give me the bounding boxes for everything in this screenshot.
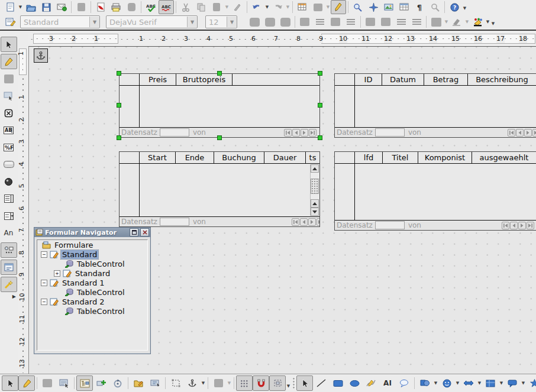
zoom-icon[interactable]: [427, 0, 443, 14]
callouts-icon[interactable]: [504, 375, 521, 391]
selection-handle-se[interactable]: [318, 135, 322, 140]
record-number-input[interactable]: [375, 221, 405, 229]
symbol-shapes-icon[interactable]: [438, 375, 455, 391]
next-record-button[interactable]: [518, 222, 526, 229]
tree-item-standard-2[interactable]: − Standard 2: [37, 297, 147, 306]
column-header[interactable]: Bruttopreis: [176, 74, 233, 85]
bold-icon[interactable]: [247, 15, 262, 29]
font-color-dropdown[interactable]: ▼: [444, 16, 449, 28]
text-icon[interactable]: AI: [379, 375, 396, 391]
tree-item-standard-1[interactable]: − Standard 1: [37, 278, 147, 287]
paste-dropdown[interactable]: ▼: [224, 1, 230, 13]
activation-order-icon[interactable]: [109, 375, 126, 391]
insert-object-dropdown[interactable]: ▼: [325, 1, 331, 13]
last-record-button[interactable]: [527, 222, 534, 229]
new-document-dropdown[interactable]: ▼: [18, 1, 23, 13]
anchor-dropdown[interactable]: ▼: [201, 377, 206, 389]
select-icon[interactable]: [2, 375, 18, 391]
toolbar-overflow-dropdown[interactable]: ▼: [490, 18, 496, 30]
restore-icon[interactable]: [130, 228, 138, 237]
column-header[interactable]: Buchung: [214, 152, 264, 163]
italic-icon[interactable]: [262, 15, 277, 29]
vertical-ruler[interactable]: 112345678910111213: [18, 47, 28, 373]
stars-icon[interactable]: [526, 375, 536, 391]
select-draw-icon[interactable]: [296, 375, 313, 391]
symbol-shapes-dropdown[interactable]: ▼: [455, 377, 460, 389]
record-number-input[interactable]: [375, 128, 405, 137]
nonprinting-characters-icon[interactable]: ¶: [412, 0, 427, 14]
last-record-button[interactable]: [309, 129, 317, 137]
scroll-thumb[interactable]: [311, 179, 319, 194]
undo-icon[interactable]: [249, 0, 264, 14]
align-center-icon[interactable]: [312, 15, 328, 29]
select-icon[interactable]: [1, 37, 17, 52]
option-button-icon[interactable]: [1, 174, 17, 189]
selection-handle-nw[interactable]: [117, 71, 121, 76]
form-navigator-icon[interactable]: [76, 375, 93, 391]
scroll-up-button-2[interactable]: [311, 199, 319, 208]
horizontal-ruler[interactable]: 321123456789101112131415161718: [28, 33, 536, 46]
form-design-icon[interactable]: [1, 260, 17, 275]
selection-handle-w[interactable]: [117, 103, 121, 108]
vertical-scrollbar[interactable]: [310, 164, 319, 216]
paragraph-style-combo[interactable]: Standard ▼: [20, 15, 100, 28]
collapse-expander[interactable]: −: [41, 251, 47, 258]
gallery-icon[interactable]: [381, 0, 396, 14]
first-record-button[interactable]: [284, 129, 292, 137]
prev-record-button[interactable]: [292, 129, 300, 137]
email-icon[interactable]: [54, 0, 69, 14]
prev-record-button[interactable]: [510, 222, 518, 229]
copy-icon[interactable]: [193, 0, 209, 14]
tree-item-standard-sub[interactable]: + Standard: [37, 268, 147, 278]
next-record-button[interactable]: [308, 218, 316, 226]
redo-icon[interactable]: [270, 0, 285, 14]
selection-handle-n[interactable]: [217, 71, 222, 76]
insert-table-icon[interactable]: [295, 0, 310, 14]
anchor-icon-button[interactable]: [184, 375, 201, 391]
align-right-icon[interactable]: [328, 15, 343, 29]
first-record-button[interactable]: [292, 218, 299, 226]
table-control-lfd[interactable]: lfd Titel Komponist ausgewaehlt Datensat…: [334, 151, 536, 231]
font-combo-dropdown[interactable]: ▼: [187, 17, 197, 27]
justify-icon[interactable]: [343, 15, 359, 29]
rectangle-icon[interactable]: [330, 375, 346, 391]
font-size-combo[interactable]: 12 ▼: [205, 15, 237, 28]
background-color-icon[interactable]: [470, 15, 485, 29]
highlighting-dropdown[interactable]: ▼: [464, 16, 470, 28]
column-header[interactable]: Titel: [383, 152, 418, 163]
column-header[interactable]: Dauer: [264, 152, 306, 163]
size-combo-dropdown[interactable]: ▼: [227, 17, 237, 27]
data-sources-icon[interactable]: [396, 0, 412, 14]
text-box-icon[interactable]: AB: [1, 122, 17, 138]
control-icon[interactable]: [1, 88, 17, 103]
spellcheck-icon[interactable]: ABC: [143, 0, 159, 14]
open-icon[interactable]: [23, 0, 38, 14]
record-number-input[interactable]: [160, 218, 189, 226]
check-box-icon[interactable]: [1, 105, 17, 121]
selection-handle-s[interactable]: [217, 135, 222, 140]
collapse-expander[interactable]: −: [41, 299, 47, 305]
help-icon[interactable]: ?: [447, 0, 462, 14]
tree-item-tablecontrol[interactable]: TableControl: [37, 287, 147, 297]
align-left-icon[interactable]: [297, 15, 312, 29]
tree-item-tablecontrol[interactable]: TableControl: [37, 259, 147, 268]
add-field-icon[interactable]: [93, 375, 109, 391]
print-icon[interactable]: [108, 0, 124, 14]
column-header[interactable]: Datum: [382, 74, 424, 85]
toolbar-more-arrow[interactable]: ▶: [12, 294, 16, 299]
column-header[interactable]: Komponist: [418, 152, 472, 163]
scroll-up-button[interactable]: [311, 164, 319, 173]
scroll-track[interactable]: [311, 194, 319, 199]
font-name-combo[interactable]: DejaVu Serif ▼: [106, 15, 198, 28]
auto-spellcheck-icon[interactable]: ABC: [159, 0, 174, 14]
column-header[interactable]: Betrag: [424, 74, 468, 85]
ellipse-icon[interactable]: [346, 375, 363, 391]
ruler-left-margin[interactable]: [33, 34, 118, 44]
prev-record-button[interactable]: [516, 129, 524, 137]
selection-handle-ne[interactable]: [318, 71, 322, 76]
design-mode-icon[interactable]: [1, 54, 17, 69]
automatic-control-focus-icon[interactable]: [147, 375, 163, 391]
toolbar-grip[interactable]: [292, 377, 295, 389]
last-record-button[interactable]: [532, 129, 536, 137]
expand-expander[interactable]: +: [54, 270, 60, 277]
